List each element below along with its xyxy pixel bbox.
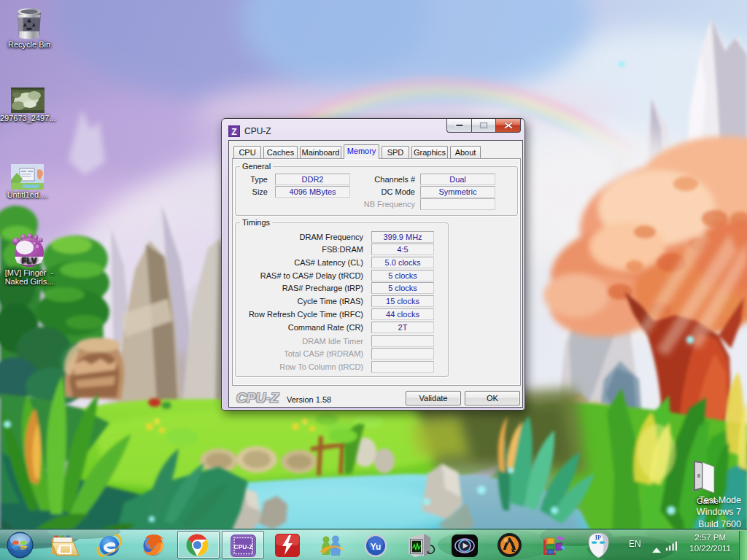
svg-text:Yu: Yu — [371, 542, 382, 552]
svg-text:FLV: FLV — [22, 256, 37, 265]
svg-text:IP: IP — [595, 534, 602, 541]
svg-text:CPU-Z: CPU-Z — [234, 543, 253, 551]
svg-text:Z: Z — [231, 127, 236, 137]
